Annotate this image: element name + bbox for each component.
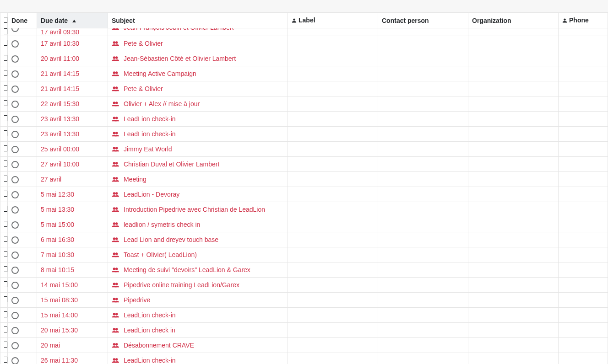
row-checkbox-icon[interactable] xyxy=(4,145,7,151)
row-done-cell[interactable] xyxy=(8,36,37,51)
row-contact-cell[interactable] xyxy=(378,187,468,202)
row-label-cell[interactable] xyxy=(288,338,378,353)
row-checkbox-icon[interactable] xyxy=(4,28,7,34)
row-subject-cell[interactable]: Pete & Olivier xyxy=(108,81,288,96)
table-row[interactable]: 23 avril 13:30LeadLion check-in xyxy=(0,112,608,127)
row-org-cell[interactable] xyxy=(468,81,559,96)
row-due-cell[interactable]: 21 avril 14:15 xyxy=(37,66,108,81)
done-circle-icon[interactable] xyxy=(11,191,19,198)
row-phone-cell[interactable] xyxy=(559,262,608,278)
row-label-cell[interactable] xyxy=(288,28,378,36)
row-checkbox-cell[interactable] xyxy=(0,323,8,338)
row-phone-cell[interactable] xyxy=(559,338,608,353)
row-phone-cell[interactable] xyxy=(559,353,608,364)
row-due-cell[interactable]: 26 mai 11:30 xyxy=(37,353,108,364)
row-phone-cell[interactable] xyxy=(559,51,608,66)
row-org-cell[interactable] xyxy=(468,157,559,172)
row-done-cell[interactable] xyxy=(8,232,37,247)
row-phone-cell[interactable] xyxy=(559,278,608,293)
row-label-cell[interactable] xyxy=(288,353,378,364)
row-checkbox-cell[interactable] xyxy=(0,278,8,293)
row-checkbox-cell[interactable] xyxy=(0,28,8,36)
done-circle-icon[interactable] xyxy=(11,342,19,349)
table-row[interactable]: 5 mai 15:00leadlion / symetris check in xyxy=(0,217,608,232)
row-phone-cell[interactable] xyxy=(559,172,608,187)
row-done-cell[interactable] xyxy=(8,157,37,172)
done-circle-icon[interactable] xyxy=(11,146,19,153)
row-checkbox-cell[interactable] xyxy=(0,338,8,353)
done-circle-icon[interactable] xyxy=(11,282,19,289)
row-contact-cell[interactable] xyxy=(378,338,468,353)
row-checkbox-cell[interactable] xyxy=(0,127,8,142)
column-header-organization[interactable]: Organization xyxy=(468,13,559,28)
table-row[interactable]: 22 avril 15:30Olivier + Alex // mise à j… xyxy=(0,96,608,112)
row-subject-cell[interactable]: Jimmy Eat World xyxy=(108,142,288,157)
row-label-cell[interactable] xyxy=(288,36,378,51)
row-label-cell[interactable] xyxy=(288,278,378,293)
done-circle-icon[interactable] xyxy=(11,70,19,78)
row-phone-cell[interactable] xyxy=(559,247,608,262)
row-contact-cell[interactable] xyxy=(378,232,468,247)
row-due-cell[interactable]: 27 avril xyxy=(37,172,108,187)
row-subject-cell[interactable]: LeadLion - Devoray xyxy=(108,187,288,202)
row-label-cell[interactable] xyxy=(288,112,378,127)
row-done-cell[interactable] xyxy=(8,127,37,142)
row-done-cell[interactable] xyxy=(8,96,37,112)
row-done-cell[interactable] xyxy=(8,278,37,293)
done-circle-icon[interactable] xyxy=(11,176,19,183)
table-row[interactable]: 17 avril 10:30Pete & Olivier xyxy=(0,36,608,51)
row-subject-cell[interactable]: LeadLion check-in xyxy=(108,127,288,142)
row-label-cell[interactable] xyxy=(288,308,378,323)
row-checkbox-cell[interactable] xyxy=(0,66,8,81)
row-checkbox-cell[interactable] xyxy=(0,96,8,112)
row-checkbox-cell[interactable] xyxy=(0,172,8,187)
row-checkbox-icon[interactable] xyxy=(4,191,7,197)
done-circle-icon[interactable] xyxy=(11,297,19,304)
row-org-cell[interactable] xyxy=(468,142,559,157)
row-checkbox-cell[interactable] xyxy=(0,262,8,278)
row-done-cell[interactable] xyxy=(8,202,37,217)
row-label-cell[interactable] xyxy=(288,293,378,308)
column-header-phone[interactable]: Phone xyxy=(559,13,608,28)
row-org-cell[interactable] xyxy=(468,202,559,217)
row-subject-cell[interactable]: Lead Lion and dreyev touch base xyxy=(108,232,288,247)
row-checkbox-icon[interactable] xyxy=(4,357,7,363)
row-org-cell[interactable] xyxy=(468,323,559,338)
row-checkbox-cell[interactable] xyxy=(0,293,8,308)
row-checkbox-cell[interactable] xyxy=(0,187,8,202)
row-phone-cell[interactable] xyxy=(559,202,608,217)
row-checkbox-icon[interactable] xyxy=(4,266,7,272)
column-header-contact[interactable]: Contact person xyxy=(378,13,468,28)
row-label-cell[interactable] xyxy=(288,142,378,157)
row-done-cell[interactable] xyxy=(8,308,37,323)
row-org-cell[interactable] xyxy=(468,127,559,142)
row-phone-cell[interactable] xyxy=(559,96,608,112)
column-header-subject[interactable]: Subject xyxy=(108,13,288,28)
row-done-cell[interactable] xyxy=(8,187,37,202)
row-checkbox-icon[interactable] xyxy=(4,281,7,287)
row-contact-cell[interactable] xyxy=(378,323,468,338)
table-row[interactable]: 21 avril 14:15Pete & Olivier xyxy=(0,81,608,96)
row-org-cell[interactable] xyxy=(468,187,559,202)
column-header-label[interactable]: Label xyxy=(288,13,378,28)
row-org-cell[interactable] xyxy=(468,353,559,364)
table-row[interactable]: 8 mai 10:15Meeting de suivi "devoirs" Le… xyxy=(0,262,608,278)
row-label-cell[interactable] xyxy=(288,187,378,202)
row-org-cell[interactable] xyxy=(468,278,559,293)
row-org-cell[interactable] xyxy=(468,232,559,247)
row-subject-cell[interactable]: Jean-Sébastien Côté et Olivier Lambert xyxy=(108,51,288,66)
row-done-cell[interactable] xyxy=(8,293,37,308)
done-circle-icon[interactable] xyxy=(11,357,19,364)
row-done-cell[interactable] xyxy=(8,353,37,364)
row-checkbox-icon[interactable] xyxy=(4,251,7,257)
row-contact-cell[interactable] xyxy=(378,293,468,308)
table-row[interactable]: 20 mai 15:30LeadLion check in xyxy=(0,323,608,338)
row-org-cell[interactable] xyxy=(468,112,559,127)
row-subject-cell[interactable]: Pete & Olivier xyxy=(108,36,288,51)
row-done-cell[interactable] xyxy=(8,247,37,262)
row-org-cell[interactable] xyxy=(468,247,559,262)
row-checkbox-icon[interactable] xyxy=(4,296,7,302)
row-phone-cell[interactable] xyxy=(559,127,608,142)
row-due-cell[interactable]: 27 avril 10:00 xyxy=(37,157,108,172)
row-contact-cell[interactable] xyxy=(378,278,468,293)
